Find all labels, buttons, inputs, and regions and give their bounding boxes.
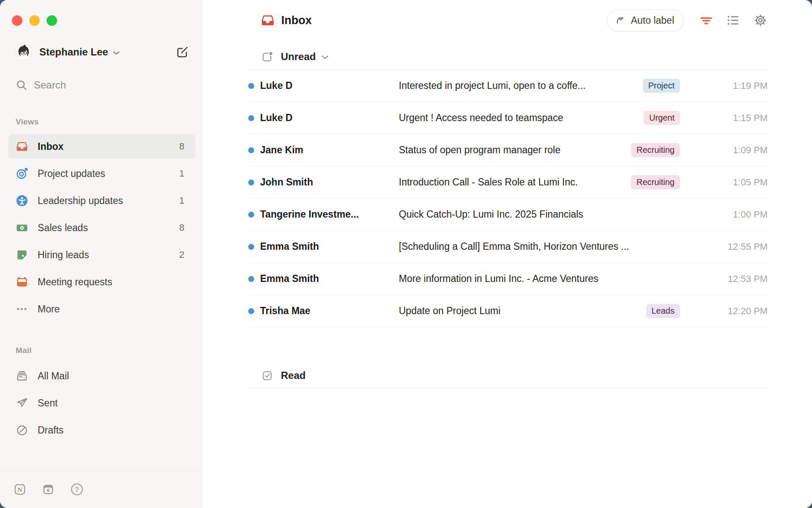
email-row[interactable]: Tangerine Investme... Quick Catch-Up: Lu… xyxy=(247,199,768,231)
note-icon xyxy=(16,248,28,261)
gear-icon xyxy=(754,14,767,27)
unread-dot xyxy=(248,244,254,250)
email-subject: Introduction Call - Sales Role at Lumi I… xyxy=(399,177,631,188)
email-time: 1:09 PM xyxy=(716,145,768,156)
mail-nav: All Mail Sent Drafts xyxy=(0,364,202,445)
unread-count: 1 xyxy=(179,168,184,179)
read-section-label: Read xyxy=(281,370,306,381)
sidebar-item-label: More xyxy=(38,304,60,315)
email-subject: Status of open program manager role xyxy=(399,144,631,156)
views-section-label: Views xyxy=(16,117,202,127)
settings-button[interactable] xyxy=(753,13,768,28)
filter-button[interactable] xyxy=(699,13,713,28)
money-bill-icon xyxy=(16,221,28,234)
unread-dot xyxy=(248,83,254,89)
search-label: Search xyxy=(34,79,66,91)
unread-dot xyxy=(248,212,254,218)
email-sender: Luke D xyxy=(260,80,399,91)
read-section-header[interactable]: Read xyxy=(261,370,768,388)
sidebar-item-sales-leads[interactable]: Sales leads 8 xyxy=(8,215,195,240)
sidebar-item-more[interactable]: More xyxy=(8,297,195,321)
email-label-badge[interactable]: Urgent xyxy=(644,111,680,125)
read-section-header-wrap: Read xyxy=(247,370,768,389)
chevron-down-icon xyxy=(113,51,120,55)
sidebar-item-leadership-updates[interactable]: Leadership updates 1 xyxy=(8,188,195,213)
sidebar-item-all-mail[interactable]: All Mail xyxy=(8,364,195,388)
email-subject: Quick Catch-Up: Lumi Inc. 2025 Financial… xyxy=(399,209,716,220)
email-label-badge[interactable]: Recruiting xyxy=(631,143,680,157)
page-title: Inbox xyxy=(281,14,312,27)
email-row[interactable]: Emma Smith [Scheduling a Call] Emma Smit… xyxy=(247,231,768,263)
search-button[interactable]: Search xyxy=(16,77,189,93)
inbox-tray-icon xyxy=(16,140,28,153)
sidebar-item-hiring-leads[interactable]: Hiring leads 2 xyxy=(8,243,195,267)
email-time: 12:55 PM xyxy=(716,241,768,252)
svg-text:N: N xyxy=(17,486,22,493)
unread-dot xyxy=(248,147,254,153)
compose-icon xyxy=(176,45,189,59)
sidebar-item-project-updates[interactable]: Project updates 1 xyxy=(8,161,195,186)
email-time: 1:19 PM xyxy=(716,80,768,91)
views-nav: Inbox 8 Project updates 1 xyxy=(0,134,202,324)
sidebar: Stephanie Lee Search Views xyxy=(0,0,202,508)
email-row[interactable]: Jane Kim Status of open program manager … xyxy=(247,134,768,166)
email-label-badge[interactable]: Recruiting xyxy=(631,175,680,189)
sidebar-item-label: Sent xyxy=(38,398,58,409)
unread-dot xyxy=(248,276,254,282)
auto-label-button[interactable]: Auto label xyxy=(607,9,684,31)
sidebar-item-sent[interactable]: Sent xyxy=(8,391,195,415)
help-icon[interactable]: ? xyxy=(70,483,84,496)
email-sender: Jane Kim xyxy=(260,144,399,156)
unread-section-header[interactable]: Unread xyxy=(261,51,768,69)
unread-section-label: Unread xyxy=(281,51,316,63)
sidebar-item-inbox[interactable]: Inbox 8 xyxy=(8,134,195,159)
sidebar-item-label: Meeting requests xyxy=(38,276,112,288)
auto-label-wand-icon xyxy=(615,15,626,26)
calendar-day-icon[interactable]: 6 xyxy=(42,483,55,496)
app-window: Stephanie Lee Search Views xyxy=(0,0,812,508)
svg-text:6: 6 xyxy=(47,487,49,493)
list-view-button[interactable] xyxy=(726,13,741,28)
email-row[interactable]: Luke D Interested in project Lumi, open … xyxy=(247,70,768,102)
email-row[interactable]: Trisha Mae Update on Project Lumi Leads … xyxy=(247,295,768,327)
unread-count: 2 xyxy=(179,249,184,260)
close-window-button[interactable] xyxy=(12,15,22,26)
sidebar-item-label: Drafts xyxy=(38,425,63,436)
window-controls xyxy=(0,0,202,26)
sidebar-footer: N 6 ? xyxy=(0,470,202,508)
sidebar-item-label: Sales leads xyxy=(38,222,88,234)
filter-icon xyxy=(699,14,713,27)
search-icon xyxy=(16,79,27,91)
auto-label-label: Auto label xyxy=(631,15,674,26)
sidebar-item-drafts[interactable]: Drafts xyxy=(8,418,195,442)
email-label-badge[interactable]: Leads xyxy=(646,304,680,318)
sidebar-item-label: Project updates xyxy=(38,168,105,179)
email-row[interactable]: John Smith Introduction Call - Sales Rol… xyxy=(247,166,768,199)
minimize-window-button[interactable] xyxy=(29,15,40,26)
sidebar-item-meeting-requests[interactable]: Meeting requests xyxy=(8,270,195,294)
email-sender: Emma Smith xyxy=(260,241,399,252)
svg-text:?: ? xyxy=(75,486,79,493)
email-row[interactable]: Emma Smith More information in Lumi Inc.… xyxy=(247,263,768,295)
main-title-group: Inbox xyxy=(261,13,312,28)
unread-count: 1 xyxy=(179,195,184,206)
email-label-badge[interactable]: Project xyxy=(643,79,680,93)
unread-count: 8 xyxy=(179,222,184,233)
draft-pencil-icon xyxy=(16,424,28,436)
notion-logo-icon[interactable]: N xyxy=(14,483,26,496)
email-subject: Interested in project Lumi, open to a co… xyxy=(399,80,643,91)
email-subject: [Scheduling a Call] Emma Smith, Horizon … xyxy=(399,241,716,252)
email-row[interactable]: Luke D Urgent ! Access needed to teamspa… xyxy=(247,102,768,134)
email-sender: Emma Smith xyxy=(260,273,399,284)
unread-dot xyxy=(248,179,254,185)
read-checkbox-icon xyxy=(261,370,273,381)
account-switcher[interactable]: Stephanie Lee xyxy=(15,44,189,61)
paper-plane-icon xyxy=(16,397,28,409)
zoom-window-button[interactable] xyxy=(47,15,57,26)
ellipsis-icon xyxy=(16,303,28,315)
compose-button[interactable] xyxy=(176,45,189,59)
unread-dot xyxy=(248,115,254,121)
main-header: Inbox Auto label xyxy=(247,7,768,34)
email-sender: Tangerine Investme... xyxy=(260,209,399,220)
target-icon xyxy=(16,167,28,180)
